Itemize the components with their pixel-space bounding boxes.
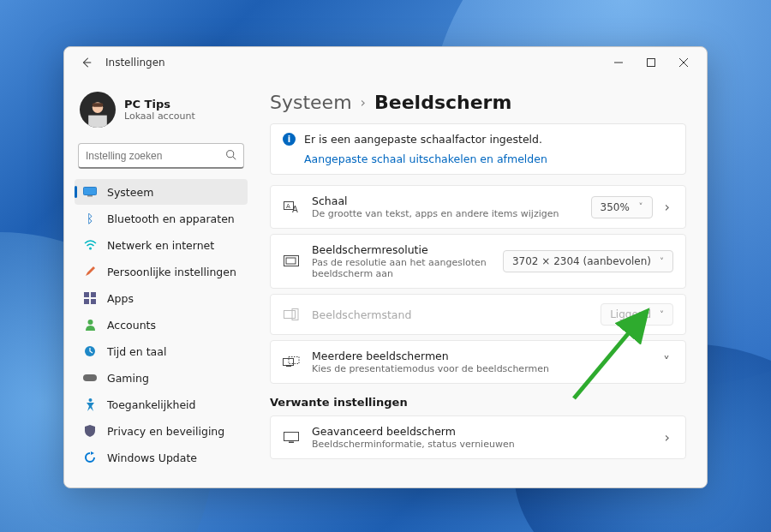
nav-label: Accounts [107, 319, 156, 332]
scale-card[interactable]: AA Schaal De grootte van tekst, apps en … [270, 185, 686, 229]
breadcrumb-parent[interactable]: Systeem [270, 92, 352, 113]
maximize-icon [647, 58, 655, 67]
sidebar-item-bluetooth[interactable]: ᛒ Bluetooth en apparaten [75, 206, 248, 231]
nav-label: Privacy en beveiliging [107, 425, 224, 438]
settings-window: Instellingen PC Tips Lokaal account [63, 46, 708, 488]
window-controls [602, 51, 700, 75]
monitor-icon [83, 185, 97, 199]
chevron-right-icon[interactable]: › [661, 195, 673, 218]
svg-text:A: A [292, 205, 298, 213]
apps-icon [83, 291, 97, 305]
svg-rect-4 [88, 116, 107, 128]
sidebar-item-privacy[interactable]: Privacy en beveiliging [75, 418, 248, 444]
gamepad-icon [83, 371, 97, 385]
profile-name: PC Tips [124, 98, 195, 111]
svg-rect-24 [286, 258, 296, 264]
monitor-icon [283, 432, 300, 444]
svg-point-7 [227, 151, 234, 158]
chevron-right-icon: › [361, 94, 366, 111]
window-title: Instellingen [105, 57, 165, 69]
avatar [80, 92, 116, 128]
svg-text:A: A [286, 202, 290, 209]
search-icon [225, 147, 236, 164]
svg-rect-9 [84, 188, 97, 195]
nav-list: Systeem ᛒ Bluetooth en apparaten Netwerk… [75, 179, 248, 470]
svg-rect-15 [91, 299, 96, 304]
card-title: Geavanceerd beeldscherm [312, 425, 649, 438]
sidebar-item-gaming[interactable]: Gaming [75, 365, 248, 391]
sidebar-item-accounts[interactable]: Accounts [75, 312, 248, 338]
nav-label: Systeem [107, 186, 153, 199]
card-title: Beeldschermresolutie [312, 243, 491, 256]
chevron-down-icon: ˅ [660, 257, 664, 266]
svg-rect-12 [84, 292, 89, 297]
advanced-display-card[interactable]: Geavanceerd beeldscherm Beeldscherminfor… [270, 415, 686, 459]
svg-rect-10 [87, 195, 93, 197]
nav-label: Bluetooth en apparaten [107, 212, 235, 225]
multiple-displays-card[interactable]: Meerdere beeldschermen Kies de presentat… [270, 340, 686, 384]
breadcrumb-current: Beeldscherm [374, 92, 511, 113]
update-icon [83, 451, 97, 464]
maximize-button[interactable] [635, 51, 667, 75]
arrow-left-icon [81, 57, 93, 69]
clock-icon [83, 344, 97, 358]
svg-rect-1 [648, 59, 655, 67]
chevron-right-icon[interactable]: › [661, 426, 673, 449]
close-icon [679, 58, 688, 67]
back-button[interactable] [76, 52, 97, 73]
nav-label: Toegankelijkheid [107, 398, 196, 411]
orientation-icon [283, 308, 300, 320]
nav-label: Apps [107, 292, 134, 305]
card-subtitle: De grootte van tekst, apps en andere ite… [312, 208, 579, 219]
resolution-dropdown[interactable]: 3702 × 2304 (aanbevolen) ˅ [503, 250, 673, 272]
svg-point-16 [87, 320, 93, 325]
search-box[interactable] [78, 143, 244, 169]
accessibility-icon [83, 398, 97, 411]
sidebar-item-system[interactable]: Systeem [75, 179, 248, 205]
nav-label: Tijd en taal [107, 345, 166, 358]
sidebar-item-network[interactable]: Netwerk en internet [75, 232, 248, 258]
card-title: Beeldschermstand [312, 308, 589, 321]
close-button[interactable] [667, 51, 700, 75]
related-section-label: Verwante instellingen [270, 396, 686, 409]
sidebar: PC Tips Lokaal account Systeem ᛒ Bluetoo… [64, 78, 254, 487]
bluetooth-icon: ᛒ [83, 212, 97, 225]
main-content: Systeem › Beeldscherm i Er is een aangep… [254, 78, 707, 487]
card-title: Schaal [312, 194, 579, 207]
search-input[interactable] [86, 150, 225, 162]
sidebar-item-windows-update[interactable]: Windows Update [75, 445, 248, 470]
scale-dropdown[interactable]: 350% ˅ [591, 196, 653, 218]
notice-text: Er is een aangepaste schaalfactor ingest… [304, 133, 542, 146]
chevron-down-icon: ˅ [660, 310, 664, 320]
breadcrumb: Systeem › Beeldscherm [263, 87, 686, 122]
orientation-dropdown: Liggend ˅ [601, 303, 673, 326]
card-subtitle: Kies de presentatiemodus voor de beeldsc… [312, 363, 648, 374]
info-icon: i [283, 133, 296, 146]
nav-label: Gaming [107, 372, 149, 385]
minimize-button[interactable] [602, 51, 635, 75]
disable-scale-link[interactable]: Aangepaste schaal uitschakelen en afmeld… [304, 152, 673, 165]
chevron-down-icon[interactable]: ˅ [660, 350, 673, 374]
nav-label: Netwerk en internet [107, 239, 214, 252]
card-subtitle: Beeldscherminformatie, status vernieuwen [312, 439, 649, 450]
wifi-icon [83, 238, 97, 252]
card-subtitle: Pas de resolutie aan het aangesloten bee… [312, 257, 491, 279]
svg-rect-6 [93, 103, 104, 107]
svg-rect-29 [286, 366, 291, 367]
sidebar-item-apps[interactable]: Apps [75, 285, 248, 311]
person-icon [83, 318, 97, 332]
user-profile[interactable]: PC Tips Lokaal account [75, 85, 248, 140]
shield-icon [83, 424, 97, 438]
sidebar-item-accessibility[interactable]: Toegankelijkheid [75, 392, 248, 417]
scale-notice: i Er is een aangepaste schaalfactor inge… [270, 123, 686, 175]
scale-icon: AA [283, 201, 300, 213]
svg-rect-31 [289, 441, 294, 443]
orientation-card: Beeldschermstand Liggend ˅ [270, 294, 686, 335]
resolution-icon [283, 255, 300, 267]
nav-label: Windows Update [107, 451, 197, 464]
profile-subtitle: Lokaal account [124, 111, 195, 122]
sidebar-item-personalization[interactable]: Persoonlijke instellingen [75, 259, 248, 284]
sidebar-item-time-language[interactable]: Tijd en taal [75, 338, 248, 364]
resolution-card[interactable]: Beeldschermresolutie Pas de resolutie aa… [270, 234, 686, 289]
svg-rect-13 [91, 292, 96, 297]
